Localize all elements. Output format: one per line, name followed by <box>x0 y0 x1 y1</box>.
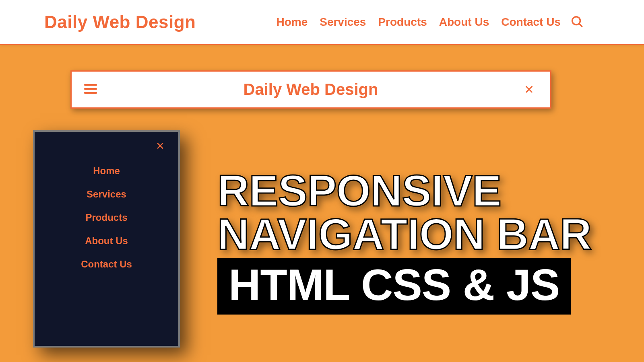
hero-headline: RESPONSIVE NAVIGATION BAR HTML CSS & JS <box>217 169 644 315</box>
top-nav-links: Home Services Products About Us Contact … <box>276 16 561 29</box>
side-menu: ✕ Home Services Products About Us Contac… <box>33 130 180 348</box>
mobile-brand-logo: Daily Web Design <box>97 80 524 99</box>
hamburger-icon <box>84 89 97 96</box>
nav-link-home[interactable]: Home <box>276 16 308 29</box>
nav-link-contact[interactable]: Contact Us <box>501 16 561 29</box>
side-menu-close-button[interactable]: ✕ <box>156 140 165 152</box>
headline-line-1: RESPONSIVE <box>217 169 644 212</box>
search-button[interactable] <box>570 14 584 30</box>
svg-line-1 <box>579 24 582 27</box>
nav-link-services[interactable]: Services <box>320 16 366 29</box>
nav-link-about[interactable]: About Us <box>439 16 489 29</box>
side-link-contact[interactable]: Contact Us <box>81 259 132 270</box>
side-link-home[interactable]: Home <box>93 165 120 177</box>
close-icon: ✕ <box>524 83 534 96</box>
close-icon: ✕ <box>156 140 165 152</box>
hamburger-button[interactable] <box>84 83 97 96</box>
mobile-close-button[interactable]: ✕ <box>524 82 534 97</box>
nav-link-products[interactable]: Products <box>378 16 427 29</box>
search-icon <box>570 23 584 29</box>
side-link-about[interactable]: About Us <box>85 235 128 247</box>
mobile-navbar: Daily Web Design ✕ <box>70 70 551 109</box>
headline-line-2: NAVIGATION BAR <box>217 212 644 256</box>
side-link-products[interactable]: Products <box>85 212 127 223</box>
side-link-services[interactable]: Services <box>87 189 126 200</box>
headline-line-3: HTML CSS & JS <box>217 258 571 315</box>
side-menu-items: Home Services Products About Us Contact … <box>35 165 178 270</box>
top-navbar: Daily Web Design Home Services Products … <box>0 0 644 45</box>
brand-logo: Daily Web Design <box>44 12 196 32</box>
